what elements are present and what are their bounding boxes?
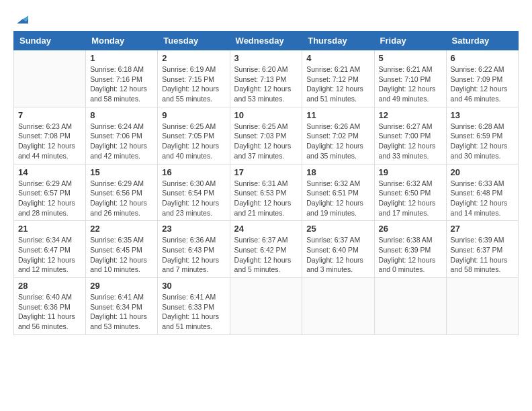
day-info: Sunrise: 6:22 AM Sunset: 7:09 PM Dayligh… — [451, 64, 514, 104]
day-info: Sunrise: 6:39 AM Sunset: 6:37 PM Dayligh… — [451, 235, 514, 275]
day-info: Sunrise: 6:36 AM Sunset: 6:43 PM Dayligh… — [162, 235, 225, 275]
calendar-cell: 9Sunrise: 6:25 AM Sunset: 7:05 PM Daylig… — [158, 107, 230, 164]
calendar-cell: 20Sunrise: 6:33 AM Sunset: 6:48 PM Dayli… — [446, 164, 518, 221]
day-info: Sunrise: 6:32 AM Sunset: 6:50 PM Dayligh… — [379, 179, 442, 218]
calendar-week-row: 21Sunrise: 6:34 AM Sunset: 6:47 PM Dayli… — [14, 221, 519, 278]
calendar-cell: 10Sunrise: 6:25 AM Sunset: 7:03 PM Dayli… — [230, 107, 302, 164]
day-number: 16 — [162, 167, 225, 177]
day-number: 4 — [306, 53, 369, 63]
day-info: Sunrise: 6:40 AM Sunset: 6:36 PM Dayligh… — [18, 292, 81, 332]
day-info: Sunrise: 6:28 AM Sunset: 6:59 PM Dayligh… — [451, 122, 514, 161]
day-info: Sunrise: 6:24 AM Sunset: 7:06 PM Dayligh… — [90, 122, 153, 161]
day-info: Sunrise: 6:26 AM Sunset: 7:02 PM Dayligh… — [306, 122, 369, 161]
calendar-cell: 23Sunrise: 6:36 AM Sunset: 6:43 PM Dayli… — [158, 221, 230, 278]
calendar-cell: 19Sunrise: 6:32 AM Sunset: 6:50 PM Dayli… — [374, 164, 446, 221]
day-number: 14 — [18, 167, 81, 177]
day-info: Sunrise: 6:21 AM Sunset: 7:10 PM Dayligh… — [379, 64, 442, 104]
day-info: Sunrise: 6:29 AM Sunset: 6:56 PM Dayligh… — [90, 179, 153, 218]
calendar-cell: 8Sunrise: 6:24 AM Sunset: 7:06 PM Daylig… — [86, 107, 158, 164]
calendar-cell: 6Sunrise: 6:22 AM Sunset: 7:09 PM Daylig… — [446, 50, 518, 107]
calendar-header-friday: Friday — [374, 32, 446, 50]
calendar-cell: 1Sunrise: 6:18 AM Sunset: 7:16 PM Daylig… — [86, 50, 158, 107]
day-number: 11 — [306, 110, 369, 120]
calendar-cell: 3Sunrise: 6:20 AM Sunset: 7:13 PM Daylig… — [230, 50, 302, 107]
calendar-header-tuesday: Tuesday — [158, 32, 230, 50]
day-number: 27 — [451, 224, 514, 234]
day-number: 25 — [306, 224, 369, 234]
day-info: Sunrise: 6:41 AM Sunset: 6:34 PM Dayligh… — [90, 292, 153, 332]
day-info: Sunrise: 6:18 AM Sunset: 7:16 PM Dayligh… — [90, 64, 153, 104]
day-number: 20 — [451, 167, 514, 177]
day-number: 10 — [234, 110, 298, 120]
day-number: 23 — [162, 224, 225, 234]
day-number: 30 — [162, 281, 225, 291]
day-info: Sunrise: 6:25 AM Sunset: 7:03 PM Dayligh… — [234, 122, 298, 161]
day-number: 9 — [162, 110, 225, 120]
calendar-cell — [302, 278, 374, 335]
calendar-week-row: 7Sunrise: 6:23 AM Sunset: 7:08 PM Daylig… — [14, 107, 519, 164]
calendar-cell: 17Sunrise: 6:31 AM Sunset: 6:53 PM Dayli… — [230, 164, 302, 221]
calendar-cell: 12Sunrise: 6:27 AM Sunset: 7:00 PM Dayli… — [374, 107, 446, 164]
day-info: Sunrise: 6:31 AM Sunset: 6:53 PM Dayligh… — [234, 179, 298, 218]
calendar-header-thursday: Thursday — [302, 32, 374, 50]
day-info: Sunrise: 6:21 AM Sunset: 7:12 PM Dayligh… — [306, 64, 369, 104]
calendar-cell: 27Sunrise: 6:39 AM Sunset: 6:37 PM Dayli… — [446, 221, 518, 278]
calendar-cell: 25Sunrise: 6:37 AM Sunset: 6:40 PM Dayli… — [302, 221, 374, 278]
day-number: 12 — [379, 110, 442, 120]
calendar-week-row: 28Sunrise: 6:40 AM Sunset: 6:36 PM Dayli… — [14, 278, 519, 335]
day-info: Sunrise: 6:41 AM Sunset: 6:33 PM Dayligh… — [162, 292, 225, 332]
calendar-cell: 14Sunrise: 6:29 AM Sunset: 6:57 PM Dayli… — [14, 164, 86, 221]
calendar-cell — [374, 278, 446, 335]
logo — [13, 13, 28, 24]
day-info: Sunrise: 6:38 AM Sunset: 6:39 PM Dayligh… — [379, 235, 442, 275]
calendar-cell: 30Sunrise: 6:41 AM Sunset: 6:33 PM Dayli… — [158, 278, 230, 335]
day-info: Sunrise: 6:27 AM Sunset: 7:00 PM Dayligh… — [379, 122, 442, 161]
day-info: Sunrise: 6:29 AM Sunset: 6:57 PM Dayligh… — [18, 179, 81, 218]
day-info: Sunrise: 6:32 AM Sunset: 6:51 PM Dayligh… — [306, 179, 369, 218]
calendar-header-monday: Monday — [86, 32, 158, 50]
day-number: 7 — [18, 110, 81, 120]
calendar-cell: 13Sunrise: 6:28 AM Sunset: 6:59 PM Dayli… — [446, 107, 518, 164]
calendar-week-row: 1Sunrise: 6:18 AM Sunset: 7:16 PM Daylig… — [14, 50, 519, 107]
calendar-cell: 18Sunrise: 6:32 AM Sunset: 6:51 PM Dayli… — [302, 164, 374, 221]
calendar-cell — [230, 278, 302, 335]
day-number: 19 — [379, 167, 442, 177]
day-number: 5 — [379, 53, 442, 63]
day-number: 22 — [90, 224, 153, 234]
day-number: 13 — [451, 110, 514, 120]
day-info: Sunrise: 6:25 AM Sunset: 7:05 PM Dayligh… — [162, 122, 225, 161]
calendar-cell — [14, 50, 86, 107]
calendar-cell: 29Sunrise: 6:41 AM Sunset: 6:34 PM Dayli… — [86, 278, 158, 335]
day-number: 21 — [18, 224, 81, 234]
calendar-week-row: 14Sunrise: 6:29 AM Sunset: 6:57 PM Dayli… — [14, 164, 519, 221]
calendar-cell: 16Sunrise: 6:30 AM Sunset: 6:54 PM Dayli… — [158, 164, 230, 221]
day-number: 18 — [306, 167, 369, 177]
day-info: Sunrise: 6:23 AM Sunset: 7:08 PM Dayligh… — [18, 122, 81, 161]
day-number: 6 — [451, 53, 514, 63]
day-info: Sunrise: 6:20 AM Sunset: 7:13 PM Dayligh… — [234, 64, 298, 104]
calendar-header-saturday: Saturday — [446, 32, 518, 50]
calendar-header-wednesday: Wednesday — [230, 32, 302, 50]
day-info: Sunrise: 6:33 AM Sunset: 6:48 PM Dayligh… — [451, 179, 514, 218]
day-number: 15 — [90, 167, 153, 177]
calendar-cell: 21Sunrise: 6:34 AM Sunset: 6:47 PM Dayli… — [14, 221, 86, 278]
calendar-cell: 5Sunrise: 6:21 AM Sunset: 7:10 PM Daylig… — [374, 50, 446, 107]
page-header — [13, 13, 519, 24]
calendar-cell: 24Sunrise: 6:37 AM Sunset: 6:42 PM Dayli… — [230, 221, 302, 278]
day-number: 29 — [90, 281, 153, 291]
calendar-cell — [446, 278, 518, 335]
day-number: 3 — [234, 53, 298, 63]
calendar-cell: 28Sunrise: 6:40 AM Sunset: 6:36 PM Dayli… — [14, 278, 86, 335]
day-number: 1 — [90, 53, 153, 63]
calendar-cell: 4Sunrise: 6:21 AM Sunset: 7:12 PM Daylig… — [302, 50, 374, 107]
calendar-header-sunday: Sunday — [14, 32, 86, 50]
calendar-cell: 15Sunrise: 6:29 AM Sunset: 6:56 PM Dayli… — [86, 164, 158, 221]
day-number: 2 — [162, 53, 225, 63]
calendar-cell: 22Sunrise: 6:35 AM Sunset: 6:45 PM Dayli… — [86, 221, 158, 278]
calendar-cell: 2Sunrise: 6:19 AM Sunset: 7:15 PM Daylig… — [158, 50, 230, 107]
day-info: Sunrise: 6:30 AM Sunset: 6:54 PM Dayligh… — [162, 179, 225, 218]
calendar-table: SundayMondayTuesdayWednesdayThursdayFrid… — [13, 31, 519, 335]
calendar-cell: 7Sunrise: 6:23 AM Sunset: 7:08 PM Daylig… — [14, 107, 86, 164]
day-info: Sunrise: 6:34 AM Sunset: 6:47 PM Dayligh… — [18, 235, 81, 275]
day-number: 17 — [234, 167, 298, 177]
